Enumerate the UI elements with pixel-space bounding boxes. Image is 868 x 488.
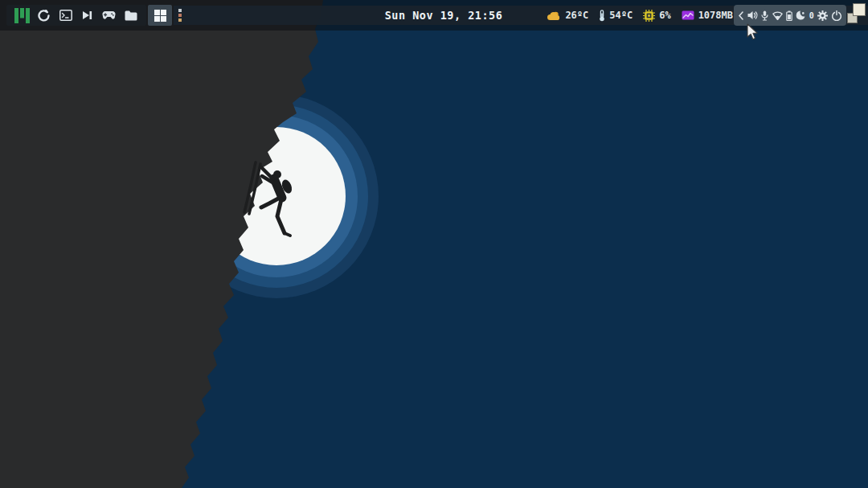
ram-chart-icon bbox=[682, 10, 694, 20]
show-desktop-button[interactable] bbox=[846, 3, 867, 24]
temperature-value: 54ºC bbox=[609, 10, 633, 21]
cloud-icon bbox=[547, 10, 561, 21]
games-button[interactable] bbox=[98, 5, 120, 26]
media-player-button[interactable] bbox=[76, 5, 98, 26]
speaker-icon bbox=[747, 10, 758, 20]
system-tray: 0 bbox=[734, 5, 846, 26]
thermometer-icon bbox=[599, 10, 605, 22]
media-player-icon bbox=[81, 10, 93, 21]
counter-value: 0 bbox=[809, 11, 814, 20]
weather-stat: 26ºC bbox=[547, 10, 588, 21]
manjaro-menu-button[interactable] bbox=[11, 5, 33, 26]
chip-icon bbox=[643, 10, 655, 22]
manjaro-logo-icon bbox=[14, 8, 30, 23]
cpu-value: 6% bbox=[659, 10, 670, 21]
window-front-icon bbox=[853, 3, 866, 16]
power-icon bbox=[832, 10, 841, 21]
gamepad-icon bbox=[102, 10, 116, 20]
microphone-tray-button[interactable] bbox=[761, 10, 768, 21]
ellipsis-dot bbox=[178, 9, 182, 12]
ellipsis-dot bbox=[178, 14, 182, 17]
wifi-icon bbox=[772, 11, 783, 20]
ellipsis-dot bbox=[178, 18, 182, 22]
folder-icon bbox=[125, 10, 137, 21]
cpu-stat: 6% bbox=[643, 10, 670, 22]
temperature-stat: 54ºC bbox=[599, 10, 633, 22]
terminal-button[interactable] bbox=[55, 5, 76, 26]
panel-menu-button[interactable] bbox=[178, 9, 182, 22]
updates-icon bbox=[38, 10, 50, 22]
tray-counter[interactable]: 0 bbox=[809, 11, 814, 20]
night-light-tray-button[interactable] bbox=[796, 10, 805, 20]
clock[interactable]: Sun Nov 19, 21:56 bbox=[385, 6, 503, 25]
memory-value: 1078MB bbox=[698, 10, 733, 21]
microphone-icon bbox=[761, 10, 768, 21]
battery-tray-button[interactable] bbox=[786, 10, 792, 21]
tray-collapse-button[interactable] bbox=[739, 11, 743, 20]
launcher-bar bbox=[6, 5, 146, 26]
file-manager-button[interactable] bbox=[120, 5, 141, 26]
system-stats: 26ºC 54ºC 6% bbox=[547, 6, 733, 25]
chevron-left-icon bbox=[739, 11, 743, 20]
desktop-wallpaper bbox=[0, 0, 868, 488]
window-grid-icon bbox=[154, 10, 166, 22]
climber-silhouette bbox=[231, 154, 312, 247]
battery-icon bbox=[786, 10, 792, 21]
settings-tray-button[interactable] bbox=[817, 10, 828, 21]
panel-strip: Sun Nov 19, 21:56 26ºC 54ºC bbox=[174, 6, 868, 25]
updates-button[interactable] bbox=[33, 5, 55, 26]
memory-stat: 1078MB bbox=[682, 10, 733, 21]
gear-icon bbox=[817, 10, 828, 21]
volume-tray-button[interactable] bbox=[747, 10, 758, 20]
weather-value: 26ºC bbox=[565, 10, 588, 21]
power-tray-button[interactable] bbox=[832, 10, 841, 21]
top-panel: Sun Nov 19, 21:56 26ºC 54ºC bbox=[0, 0, 868, 31]
workspace-indicator[interactable] bbox=[148, 5, 172, 26]
terminal-icon bbox=[59, 10, 72, 21]
wifi-tray-button[interactable] bbox=[772, 11, 783, 20]
crescent-moon-icon bbox=[796, 10, 805, 20]
